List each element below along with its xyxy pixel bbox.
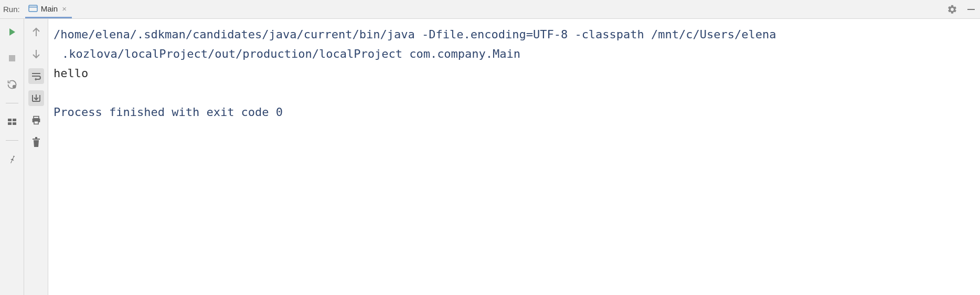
soft-wrap-icon[interactable]	[28, 68, 44, 84]
command-line: /home/elena/.sdkman/candidates/java/curr…	[54, 28, 776, 41]
svg-rect-20	[33, 139, 40, 140]
run-tab-main[interactable]: Main ×	[25, 0, 72, 18]
run-tab-label: Main	[41, 4, 58, 13]
svg-rect-7	[13, 119, 16, 121]
svg-rect-21	[35, 137, 37, 139]
close-icon[interactable]: ×	[62, 5, 67, 13]
layout-icon[interactable]	[4, 114, 20, 130]
svg-rect-19	[34, 121, 38, 124]
svg-rect-6	[8, 119, 12, 121]
svg-rect-8	[8, 122, 12, 125]
stdout-line: hello	[54, 67, 88, 80]
run-body: /home/elena/.sdkman/candidates/java/curr…	[0, 19, 980, 295]
console-action-gutter	[24, 19, 48, 295]
svg-marker-3	[9, 28, 15, 36]
application-icon	[28, 4, 38, 13]
print-icon[interactable]	[28, 112, 44, 128]
minimize-icon[interactable]	[965, 4, 977, 15]
svg-rect-17	[34, 117, 39, 119]
run-label: Run:	[0, 5, 25, 14]
stop-icon[interactable]	[4, 50, 20, 66]
svg-rect-2	[967, 9, 975, 10]
pin-icon[interactable]	[4, 151, 20, 167]
separator	[6, 103, 18, 103]
svg-point-5	[12, 85, 16, 89]
tabbar-actions	[946, 4, 980, 15]
scroll-to-end-icon[interactable]	[28, 90, 44, 106]
restart-debug-icon[interactable]	[4, 77, 20, 92]
svg-rect-9	[13, 122, 16, 125]
run-tool-window: Run: Main ×	[0, 0, 980, 295]
down-arrow-icon[interactable]	[28, 46, 44, 62]
exit-code-line: Process finished with exit code 0	[54, 106, 283, 119]
command-line-wrap: .kozlova/localProject/out/production/loc…	[54, 47, 520, 60]
rerun-icon[interactable]	[4, 24, 20, 40]
svg-rect-0	[29, 5, 37, 12]
left-action-gutter	[0, 19, 24, 295]
run-tabbar: Run: Main ×	[0, 0, 980, 19]
separator	[6, 140, 18, 141]
up-arrow-icon[interactable]	[28, 24, 44, 40]
console-output[interactable]: /home/elena/.sdkman/candidates/java/curr…	[48, 19, 980, 295]
trash-icon[interactable]	[28, 134, 44, 150]
svg-rect-4	[9, 55, 15, 61]
gear-icon[interactable]	[946, 4, 958, 15]
